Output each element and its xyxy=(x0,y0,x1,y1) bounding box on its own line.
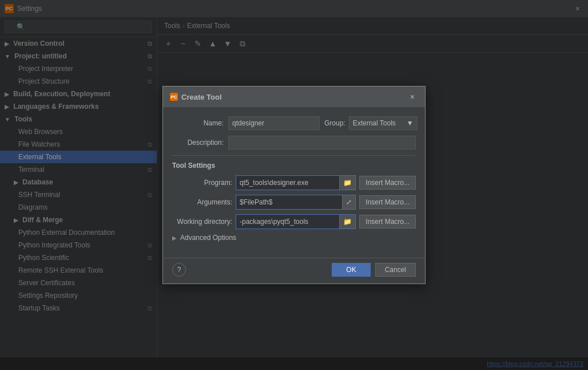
arguments-input-wrap: ⤢ xyxy=(236,195,356,210)
name-group-row: Name: Group: External Tools ▼ xyxy=(172,116,416,130)
dialog-footer: ? OK Cancel xyxy=(163,258,425,284)
group-label: Group: xyxy=(324,119,345,127)
program-label: Program: xyxy=(172,179,232,187)
dropdown-arrow-icon: ▼ xyxy=(407,119,414,127)
working-dir-input[interactable] xyxy=(236,215,339,229)
dialog-close-button[interactable]: × xyxy=(407,91,418,103)
dialog-title-left: PC Create Tool xyxy=(170,93,222,101)
arguments-expand-button[interactable]: ⤢ xyxy=(342,195,355,209)
footer-buttons: OK Cancel xyxy=(332,263,416,277)
group-value: External Tools xyxy=(353,119,396,127)
arguments-label: Arguments: xyxy=(172,198,232,206)
program-input[interactable] xyxy=(236,176,339,190)
working-dir-label: Working directory: xyxy=(172,218,232,226)
group-select[interactable]: External Tools ▼ xyxy=(349,116,418,130)
advanced-options-section: ▶ Advanced Options xyxy=(172,234,416,242)
program-insert-macro-button[interactable]: Insert Macro... xyxy=(359,176,416,190)
dialog-app-icon: PC xyxy=(170,93,178,101)
description-input[interactable] xyxy=(228,136,416,149)
program-browse-button[interactable]: 📁 xyxy=(339,176,355,190)
advanced-options-header[interactable]: ▶ Advanced Options xyxy=(172,234,416,242)
advanced-options-label: Advanced Options xyxy=(180,234,236,242)
form-divider xyxy=(172,155,416,156)
description-label: Description: xyxy=(172,139,224,147)
arguments-insert-macro-button[interactable]: Insert Macro... xyxy=(359,195,416,209)
ok-button[interactable]: OK xyxy=(332,263,370,277)
working-dir-browse-button[interactable]: 📁 xyxy=(339,215,355,229)
arguments-row: Arguments: ⤢ Insert Macro... xyxy=(172,195,416,210)
help-button[interactable]: ? xyxy=(172,263,186,277)
tool-settings-label: Tool Settings xyxy=(172,162,416,170)
name-label: Name: xyxy=(172,119,224,127)
modal-overlay: PC Create Tool × Name: Group: External T… xyxy=(0,0,588,370)
working-dir-row: Working directory: 📁 Insert Macro... xyxy=(172,214,416,229)
arguments-input[interactable] xyxy=(236,195,342,209)
dialog-title-text: Create Tool xyxy=(181,93,222,101)
working-dir-insert-macro-button[interactable]: Insert Macro... xyxy=(359,215,416,229)
group-section: Group: External Tools ▼ xyxy=(324,116,418,130)
program-row: Program: 📁 Insert Macro... xyxy=(172,175,416,190)
program-input-wrap: 📁 xyxy=(236,175,356,190)
working-dir-input-wrap: 📁 xyxy=(236,214,356,229)
name-input[interactable] xyxy=(228,116,320,130)
description-row: Description: xyxy=(172,136,416,149)
dialog-title-bar: PC Create Tool × xyxy=(163,86,425,107)
create-tool-dialog: PC Create Tool × Name: Group: External T… xyxy=(162,86,426,284)
main-window: PC Settings × 🔍 ▶ Version Control ⧉ xyxy=(0,0,588,370)
cancel-button[interactable]: Cancel xyxy=(375,263,416,277)
advanced-expand-icon: ▶ xyxy=(172,235,177,241)
dialog-body: Name: Group: External Tools ▼ Descriptio… xyxy=(163,107,425,258)
